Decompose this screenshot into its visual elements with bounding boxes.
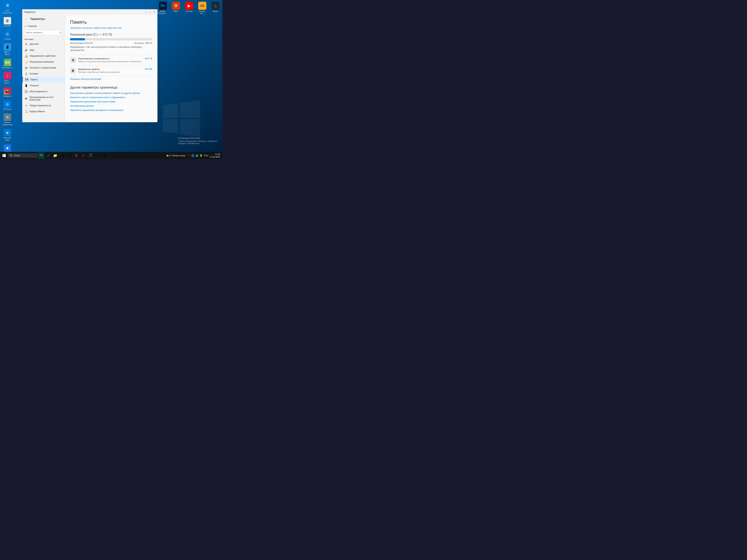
desktop-icon-bluestacks[interactable]: BX BlueStacks X — [1, 58, 14, 70]
taskbar-maps[interactable]: 🗺 — [38, 152, 45, 159]
systray-sound[interactable]: 🔊 — [196, 154, 199, 157]
other-storage-title: Другие параметры хранилища — [70, 85, 152, 89]
activation-watermark: Активация Windows Чтобы активировать Win… — [178, 137, 218, 144]
storage-stats: Использовано 85,8 ГБ Осталось: 385 ГБ — [70, 42, 152, 45]
temp-desc: Выберите временные файлы для удаления — [78, 71, 152, 73]
settings-nav-display[interactable]: 🖥 Дисплей — [22, 41, 65, 47]
settings-back-button[interactable]: ← — [24, 17, 29, 21]
apps-desc: Удалите ненужные или нежелательные прило… — [78, 60, 152, 62]
apps-name: Приложения и возможности — [78, 57, 152, 60]
settings-header: ← Параметры — [22, 15, 65, 23]
storage-bar — [70, 38, 152, 41]
settings-section-system: Система › — [22, 36, 65, 41]
taskbar-yandex[interactable]: Я — [80, 152, 87, 159]
battery-icon: 🔋 — [24, 72, 28, 75]
settings-nav-shared[interactable]: ✦ Общие возможности — [22, 103, 65, 108]
desktop-icon-instagram[interactable]: 📷 Instagram — [1, 86, 14, 98]
other-link-disks[interactable]: Просмотреть уровень использования памяти… — [70, 92, 152, 95]
taskbar-music[interactable]: 🎵 — [87, 152, 94, 159]
taskbar-search-label: Поиск — [14, 154, 20, 157]
close-button[interactable]: ✕ — [153, 10, 156, 14]
other-link-backup[interactable]: Просмотр параметров резервного копирован… — [70, 109, 152, 111]
systray-network[interactable]: 🌐 — [191, 154, 194, 157]
desktop-icon-music[interactable]: ♪ Музы... Groov... — [1, 71, 14, 85]
systray-language[interactable]: РУС — [204, 155, 209, 157]
settings-nav-projection[interactable]: 📽 Проецирование на этот компьютер — [22, 95, 65, 103]
desktop-icons-top-right: Ps Adobe Photosho... O Office ▶ YouTube … — [157, 1, 222, 15]
category-temp[interactable]: 🗑 242 МБ Временные файлы Выберите времен… — [70, 65, 152, 76]
desktop-background: Активация Windows Чтобы активировать Win… — [0, 0, 222, 159]
taskbar-systray: 🌥 1°C Mostly cloudy ^ 🌐 🔊 🔋 РУС 21:26 11… — [166, 153, 222, 158]
settings-nav-sound[interactable]: 🔊 Звук — [22, 47, 65, 53]
desktop-icon-photoshop[interactable]: Ps Adobe Photosho... — [157, 1, 169, 15]
desktop-icon-imyfone[interactable]: 📱 iMyFo... Mirror — [1, 43, 14, 56]
taskbar-store[interactable]: 🛍 — [59, 152, 66, 159]
sound-icon: 🔊 — [24, 49, 28, 52]
titlebar-controls: — □ ✕ — [145, 10, 156, 14]
desktop-icon-edge[interactable]: e Microsoft Edge — [1, 128, 14, 142]
taskbar-apps: 🗺 e 📁 🛍 ✉ Y Я — [38, 152, 166, 159]
systray-chevron[interactable]: ^ — [189, 155, 190, 157]
apps-icon: 🖥 — [70, 57, 76, 63]
other-link-save-location[interactable]: Изменить место сохранения нового содержи… — [70, 96, 152, 99]
desktop-icon-youtube[interactable]: ▶ YouTube — [183, 1, 195, 15]
settings-nav-storage[interactable]: 💾 Память — [22, 77, 65, 83]
clipboard-icon: 📋 — [24, 110, 28, 113]
temp-icon: 🗑 — [70, 68, 76, 74]
settings-sidebar: ← Параметры ⌂ Главная 🔍 Система › 🖥 Д — [22, 15, 65, 122]
storage-free: Осталось: 385 ГБ — [134, 42, 152, 45]
start-button[interactable] — [1, 152, 7, 159]
window-titlebar: Параметры — □ ✕ — [22, 9, 157, 15]
taskbar-explorer[interactable]: 📁 — [52, 152, 58, 159]
taskbar: 🔍 Поиск 🗺 e 📁 🛍 ✉ — [0, 152, 222, 159]
desktop-icon-control-panel[interactable]: ⚙ Панель управления — [1, 113, 14, 127]
storage-info: Информация о том, как используется памят… — [70, 46, 152, 52]
settings-search-input[interactable] — [24, 30, 63, 35]
storage-used: Использовано 85,8 ГБ — [70, 42, 93, 45]
apps-info: 49,3 ГБ Приложения и возможности Удалите… — [78, 57, 152, 62]
display-icon: 🖥 — [24, 43, 28, 46]
desktop-icon-office[interactable]: O Office — [170, 1, 182, 15]
show-more-link[interactable]: Показать больше категорий — [70, 76, 152, 82]
settings-nav-notifications[interactable]: 🔔 Уведомления и действия — [22, 53, 65, 59]
other-link-disk-spaces[interactable]: Управление дисковыми пространствами — [70, 100, 152, 103]
systray-battery-status[interactable]: 🔋 — [200, 154, 203, 157]
desktop-icon-hp-smart[interactable]: 🖨 HP Smart — [1, 100, 14, 111]
shared-icon: ✦ — [24, 104, 28, 107]
desktop-icon-cortana[interactable]: ◎ Cortana — [1, 29, 14, 41]
desktop-icon-steam[interactable]: ♨ Steam — [209, 1, 222, 15]
taskbar-yandex-browser[interactable]: Y — [73, 152, 80, 159]
apps-size: 49,3 ГБ — [145, 57, 152, 60]
maximize-button[interactable]: □ — [149, 10, 152, 14]
settings-nav-tablet[interactable]: 📱 Планшет — [22, 83, 65, 88]
settings-nav-power[interactable]: ⏻ Питание и спящий режим — [22, 65, 65, 71]
settings-nav-focus[interactable]: 🌙 Фокусировка внимания — [22, 59, 65, 65]
windows-logo-watermark — [163, 100, 200, 137]
category-apps[interactable]: 🖥 49,3 ГБ Приложения и возможности Удали… — [70, 55, 152, 65]
desktop-icon-recycle[interactable]: 🗑 Корзина — [1, 16, 14, 28]
desktop-icon-counter-strike[interactable]: CS Counter-Str... — [196, 1, 208, 15]
memory-control-link[interactable]: Настроить контроль памяти или запустить … — [70, 26, 152, 29]
taskbar-search[interactable]: 🔍 Поиск — [8, 153, 37, 158]
settings-nav-battery[interactable]: 🔋 Батарея — [22, 71, 65, 77]
titlebar-title: Параметры — [24, 11, 35, 14]
taskbar-time[interactable]: 21:26 11.02.2023 — [210, 153, 220, 158]
minimize-button[interactable]: — — [145, 10, 148, 14]
temp-name: Временные файлы — [78, 68, 152, 71]
taskbar-mail[interactable]: ✉ — [66, 152, 73, 159]
settings-nav-multitask[interactable]: 🪟 Многозадачность — [22, 88, 65, 95]
desktop-icons-left: 🖥 Этот компьютер 🗑 Корзина ◎ Cortana 📱 i… — [1, 1, 14, 155]
temp-size: 242 МБ — [145, 68, 152, 70]
multitask-icon: 🪟 — [24, 90, 28, 93]
taskbar-edge[interactable]: e — [45, 152, 52, 159]
desktop-icon-this-pc[interactable]: 🖥 Этот компьютер — [1, 1, 14, 15]
taskbar-antivirus[interactable]: 🛡 — [94, 152, 101, 159]
other-link-optimize[interactable]: Оптимизация дисков — [70, 104, 152, 107]
settings-main-content: Память Настроить контроль памяти или зап… — [65, 15, 157, 122]
temp-info: 242 МБ Временные файлы Выберите временны… — [78, 68, 152, 73]
settings-home-link[interactable]: ⌂ Главная — [22, 23, 65, 29]
focus-icon: 🌙 — [24, 60, 28, 63]
taskbar-settings[interactable]: ⚙ — [101, 152, 108, 159]
settings-nav-clipboard[interactable]: 📋 Буфер обмена — [22, 108, 65, 114]
settings-search-container: 🔍 — [24, 30, 63, 35]
